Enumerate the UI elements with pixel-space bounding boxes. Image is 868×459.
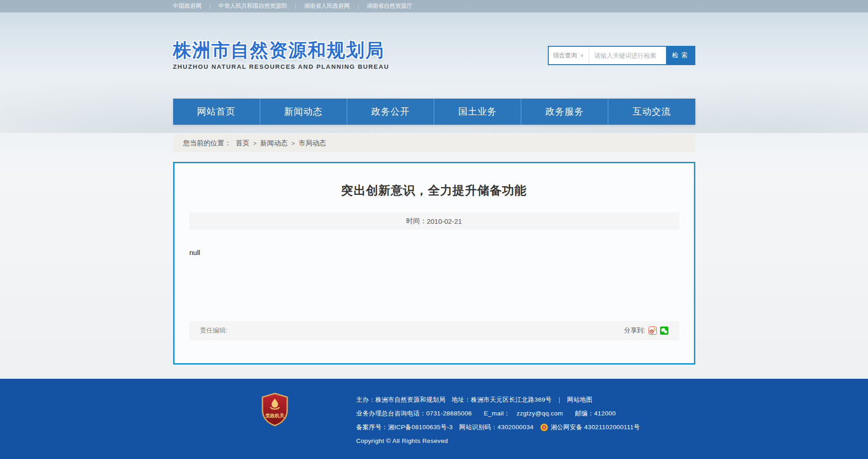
- police-badge-icon: [540, 423, 548, 431]
- breadcrumb-item-home[interactable]: 首页: [236, 139, 250, 148]
- article-footer-bar: 责任编辑: 分享到:: [189, 321, 679, 340]
- chevron-down-icon: ∨: [580, 53, 584, 58]
- footer-info: 主办：株洲市自然资源和规划局 地址：株洲市天元区长江北路369号 ｜ 网站地图 …: [356, 379, 695, 448]
- header: 株洲市自然资源和规划局 ZHUZHOU NATURAL RESOURCES AN…: [0, 12, 868, 99]
- topbar-link-hunan-nr[interactable]: 湖南省自然资源厅: [366, 2, 412, 10]
- article-body: null: [190, 248, 679, 257]
- wechat-share-icon[interactable]: [660, 326, 668, 335]
- search-category-select[interactable]: 综合查询 ∨: [549, 47, 589, 64]
- search-button[interactable]: 检 索: [666, 47, 694, 64]
- badge-text: 党政机关: [265, 413, 285, 418]
- topbar: 中国政府网 ｜ 中华人民共和国自然资源部 ｜ 湖南省人民政府网 ｜ 湖南省自然资…: [0, 0, 868, 12]
- footer-sitemap-link[interactable]: 网站地图: [567, 393, 593, 407]
- weibo-share-icon[interactable]: [649, 326, 657, 335]
- article-meta-bar: 时间： 2010-02-21: [189, 212, 679, 230]
- breadcrumb-separator: >: [291, 140, 295, 147]
- footer-site-code: 网站识别码：4302000034: [459, 420, 533, 434]
- nav-item-interaction[interactable]: 互动交流: [608, 99, 695, 125]
- nav-item-news[interactable]: 新闻动态: [260, 99, 347, 125]
- search-bar: 综合查询 ∨ 检 索: [548, 46, 695, 65]
- topbar-divider: ｜: [356, 3, 361, 10]
- article-title: 突出创新意识，全力提升储备功能: [175, 184, 694, 196]
- breadcrumb-bar: 您当前的位置： 首页 > 新闻动态 > 市局动态: [0, 134, 868, 152]
- site-title: 株洲市自然资源和规划局: [173, 40, 389, 60]
- search-category-label: 综合查询: [553, 51, 577, 60]
- topbar-divider: ｜: [207, 3, 213, 10]
- footer-host: 主办：株洲市自然资源和规划局: [356, 393, 446, 407]
- topbar-link-china-gov[interactable]: 中国政府网: [173, 2, 202, 10]
- article-section: 突出创新意识，全力提升储备功能 时间： 2010-02-21 null 责任编辑…: [0, 162, 868, 365]
- nav-item-gov-service[interactable]: 政务服务: [521, 99, 608, 125]
- breadcrumb-separator: >: [253, 140, 257, 147]
- search-input[interactable]: [589, 47, 666, 64]
- article-container: 突出创新意识，全力提升储备功能 时间： 2010-02-21 null 责任编辑…: [173, 162, 695, 365]
- nav-item-home[interactable]: 网站首页: [173, 99, 260, 125]
- footer-email-link[interactable]: zzgtzy@qq.com: [517, 407, 563, 420]
- editor-label: 责任编辑:: [200, 326, 228, 335]
- footer-icp: 备案序号：湘ICP备08100635号-3: [356, 420, 453, 434]
- topbar-divider: ｜: [293, 3, 298, 10]
- footer-line-contact: 业务办理总台咨询电话：0731-28685006 E_mail： zzgtzy@…: [356, 407, 695, 420]
- site-logo: 株洲市自然资源和规划局 ZHUZHOU NATURAL RESOURCES AN…: [173, 40, 389, 70]
- breadcrumb-item-news[interactable]: 新闻动态: [260, 139, 288, 148]
- footer-zip: 邮编：412000: [575, 407, 616, 420]
- breadcrumb-label: 您当前的位置：: [183, 139, 231, 148]
- main-nav: 网站首页 新闻动态 政务公开 国土业务 政务服务 互动交流: [0, 99, 868, 125]
- footer-line-host: 主办：株洲市自然资源和规划局 地址：株洲市天元区长江北路369号 ｜ 网站地图: [356, 393, 695, 407]
- topbar-link-mnr[interactable]: 中华人民共和国自然资源部: [218, 2, 287, 10]
- footer-divider: ｜: [556, 393, 562, 407]
- footer-line-records: 备案序号：湘ICP备08100635号-3 网站识别码：4302000034 湘…: [356, 420, 695, 434]
- footer-phone: 业务办理总台咨询电话：0731-28685006: [356, 407, 472, 420]
- breadcrumb-item-bureau-news[interactable]: 市局动态: [299, 139, 326, 148]
- article-date: 2010-02-21: [427, 217, 462, 225]
- nav-item-gov-info[interactable]: 政务公开: [347, 99, 434, 125]
- footer-address: 地址：株洲市天元区长江北路369号: [452, 393, 551, 407]
- share-label: 分享到:: [624, 326, 645, 335]
- footer-police-record-link[interactable]: 湘公网安备 43021102000111号: [551, 420, 640, 434]
- party-gov-org-badge: 党政机关: [260, 393, 289, 426]
- footer-email-label: E_mail：: [484, 407, 510, 420]
- topbar-link-hunan-gov[interactable]: 湖南省人民政府网: [304, 2, 350, 10]
- article-date-label: 时间：: [406, 217, 427, 226]
- footer: 党政机关 主办：株洲市自然资源和规划局 地址：株洲市天元区长江北路369号 ｜ …: [0, 379, 868, 459]
- nav-item-land-business[interactable]: 国土业务: [434, 99, 521, 125]
- breadcrumb: 您当前的位置： 首页 > 新闻动态 > 市局动态: [173, 134, 695, 152]
- footer-copyright: Copyright © All Rights Reseved: [356, 434, 695, 448]
- site-subtitle: ZHUZHOU NATURAL RESOURCES AND PLANNING B…: [173, 63, 389, 70]
